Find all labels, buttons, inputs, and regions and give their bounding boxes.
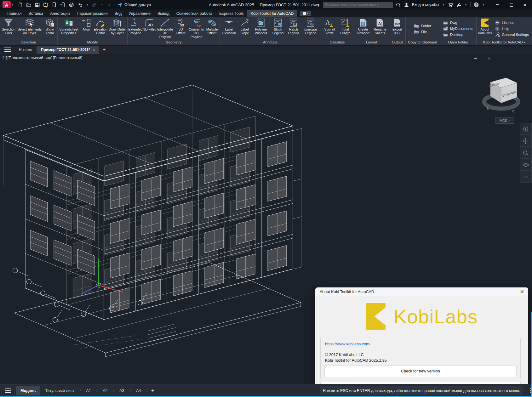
about-kobilabs-button[interactable]: About KobiLabs <box>477 17 492 40</box>
redo-icon[interactable] <box>92 2 97 8</box>
minimize-window-button[interactable] <box>490 0 504 9</box>
help-button[interactable]: ? Help <box>495 26 529 31</box>
file-tabs-menu-icon[interactable] <box>4 48 11 52</box>
open-desktop-folder-button[interactable]: Desktop <box>443 32 473 37</box>
autodesk-logo-icon[interactable] <box>456 2 461 8</box>
general-settings-button[interactable]: General Settings <box>495 32 529 37</box>
save-icon[interactable] <box>35 2 40 8</box>
maximize-window-button[interactable] <box>504 0 518 9</box>
interpolate-3d-polyline-button[interactable]: Interpolate 3D Polyline <box>156 17 174 40</box>
user-icon[interactable] <box>404 2 409 8</box>
panel-label-selection[interactable]: Selection <box>1 40 57 45</box>
select-elements-on-layer-button[interactable]: Select Elements on Layer <box>16 17 43 40</box>
full-navigation-wheel-button[interactable] <box>520 123 532 135</box>
tab-glavnaya[interactable]: Главная <box>3 10 25 17</box>
website-link[interactable]: https://www.kobilabs.com/ <box>325 342 370 346</box>
viewport-close-icon[interactable]: × <box>488 56 490 61</box>
polyline-wipeout-button[interactable]: Polyline Wipeout <box>252 17 270 40</box>
close-doc-tab-icon[interactable]: × <box>93 48 95 52</box>
license-button[interactable]: License <box>495 20 529 25</box>
undo-caret-icon[interactable]: ▾ <box>87 3 88 6</box>
panel-label-calculate[interactable]: Calculate <box>322 40 353 45</box>
tab-vstavka[interactable]: Вставка <box>25 10 47 17</box>
copy-file-button[interactable]: CAD File <box>414 29 431 34</box>
ucs-selector-button[interactable]: МСК▾ <box>495 117 514 124</box>
undo-icon[interactable] <box>77 2 83 8</box>
panel-label-copy-to-clipboard[interactable]: Copy to Clipboard <box>406 40 439 45</box>
doc-tab-primer-gost[interactable]: Пример ГОСТ 21.501-2011* × <box>37 46 100 54</box>
viewport-minimize-icon[interactable] <box>474 58 477 59</box>
layout-tabs-menu-icon[interactable] <box>5 388 11 393</box>
close-window-button[interactable]: × <box>518 0 532 9</box>
autocad-app-icon[interactable]: A <box>3 1 11 8</box>
layout-tab-a3[interactable]: A3 <box>115 386 129 395</box>
elevation-editor-button[interactable]: Elevation Editor <box>93 17 108 40</box>
create-viewport-button[interactable]: Create Viewport <box>355 17 372 40</box>
new-doc-tab-button[interactable]: + <box>102 47 106 53</box>
search-icon[interactable] <box>396 2 401 8</box>
export-xyz-button[interactable]: XYZ Export XYZ <box>390 17 405 40</box>
pan-button[interactable] <box>520 135 532 147</box>
app-menu-caret-icon[interactable]: ▾ <box>12 3 13 6</box>
spreadsheet-properties-button[interactable]: X Spreadsheet Properties <box>58 17 79 40</box>
tab-vyvod[interactable]: Вывод <box>154 10 173 17</box>
open-dwg-folder-button[interactable]: A Dwg <box>443 20 473 25</box>
total-length-button[interactable]: 1.2Σ Total Length <box>338 17 353 40</box>
sheet-set-icon[interactable] <box>52 2 57 8</box>
layout-tab-model[interactable]: Модель <box>16 386 40 395</box>
fillet-3d-button[interactable]: 3D 3D Fillet <box>142 17 156 40</box>
open-mydocuments-folder-button[interactable]: MyDocuments <box>443 26 473 31</box>
panel-label-output[interactable]: Output <box>390 40 405 45</box>
search-input[interactable] <box>323 2 393 8</box>
hatch-legend-button[interactable]: Hatch Legend <box>286 17 301 40</box>
navbar-more-button[interactable] <box>520 171 532 183</box>
redo-caret-icon[interactable]: ▾ <box>101 3 103 6</box>
drawing-canvas[interactable]: [−] [Пользовательский вид] [Реалистичный… <box>0 54 532 384</box>
new-file-icon[interactable] <box>18 2 23 8</box>
open-from-mobile-icon[interactable] <box>60 2 66 8</box>
viewport-visual-style-control[interactable]: [Реалистичный] <box>53 56 82 60</box>
orbit-button[interactable] <box>520 159 532 171</box>
panel-label-open-folder[interactable]: Open Folder <box>441 40 476 45</box>
selection-filter-button[interactable]: Selection Filter <box>1 17 16 40</box>
panel-label-kobi-toolkit[interactable]: Kobi Toolkit for AutoCAD▾ <box>477 40 531 45</box>
panel-label-layout[interactable]: Layout <box>355 40 388 45</box>
offset-3d-button[interactable]: 3D 3D Offset <box>174 17 188 40</box>
linetype-legend-button[interactable]: Linetype Legend <box>301 17 320 40</box>
viewport-restore-icon[interactable] <box>481 57 484 60</box>
tab-vid[interactable]: Вид <box>111 10 125 17</box>
dialog-title-bar[interactable]: About Kobi Toolkit for AutoCAD ✕ <box>315 287 528 296</box>
multiple-offset-button[interactable]: Multiple Offset <box>205 17 219 40</box>
plot-icon[interactable] <box>69 2 74 8</box>
panel-label-annotate[interactable]: Annotate <box>220 40 320 45</box>
save-as-icon[interactable] <box>43 2 49 8</box>
copy-folder-button[interactable]: Folder <box>414 23 431 28</box>
tab-kobi-toolkit[interactable]: Kobi Toolkit for AutoCAD <box>247 10 297 17</box>
tab-annotacii[interactable]: Аннотации <box>47 10 73 17</box>
layout-tab-a1[interactable]: A1 <box>81 386 95 395</box>
new-layout-button[interactable]: + <box>151 388 154 394</box>
tab-sovmestnaya-rabota[interactable]: Совместная работа <box>173 10 216 17</box>
tab-upravlenie[interactable]: Управление <box>125 10 154 17</box>
align-button[interactable]: Align <box>79 17 93 40</box>
sign-in-caret-icon[interactable]: ▾ <box>443 3 444 6</box>
help-caret-icon[interactable]: ▾ <box>483 3 484 6</box>
app-store-cart-icon[interactable] <box>448 2 453 8</box>
tab-parametrizaciya[interactable]: Параметризация <box>73 10 111 17</box>
show-xdata-button[interactable]: Show Xdata <box>43 17 57 40</box>
layout-tab-a2[interactable]: A2 <box>98 386 112 395</box>
panel-label-geometry[interactable]: Geometry <box>128 40 219 45</box>
draw-order-by-layer-button[interactable]: Draw Order by Layer <box>108 17 127 40</box>
sum-of-texts-button[interactable]: AΣ Sum of Texts <box>322 17 338 40</box>
share-button[interactable]: Общий доступ <box>117 2 151 8</box>
zoom-button[interactable] <box>520 147 532 159</box>
block-legend-button[interactable]: Block Legend <box>270 17 286 40</box>
extended-polyline-button[interactable]: Extended Polyline <box>128 17 142 40</box>
layout-tab-a4[interactable]: A4 <box>131 386 146 395</box>
rename-sheets-button[interactable]: A Rename Sheets <box>371 17 388 40</box>
convert-to-3d-polyline-button[interactable]: Convert to 3D Polyline <box>188 17 205 40</box>
view-cube[interactable]: Сверху Спереди З Ю <box>480 73 524 120</box>
sign-in-button[interactable]: Вход в службы <box>412 3 439 7</box>
doc-tab-start[interactable]: Начало <box>14 46 37 54</box>
tab-express-tools[interactable]: Express Tools <box>216 10 247 17</box>
